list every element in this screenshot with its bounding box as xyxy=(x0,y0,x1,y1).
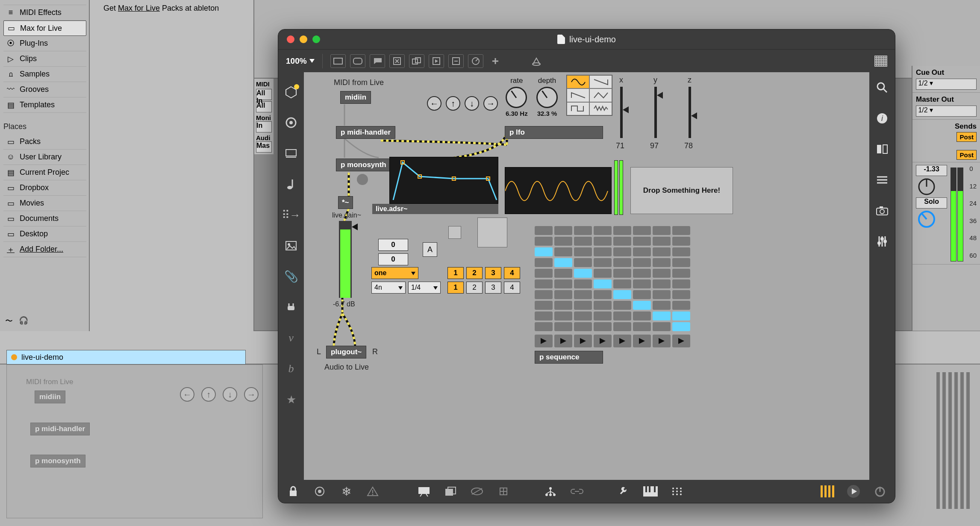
play-icon[interactable] xyxy=(535,335,553,347)
presentation-icon[interactable] xyxy=(417,485,431,498)
cue-dial[interactable] xyxy=(916,209,937,230)
place-desktop[interactable]: ▭Desktop xyxy=(3,226,86,242)
step-cell[interactable] xyxy=(574,226,592,235)
io-all[interactable]: All xyxy=(256,101,272,112)
camera-icon[interactable] xyxy=(875,204,889,217)
post-a[interactable]: Post xyxy=(956,132,977,142)
pan-dial[interactable] xyxy=(916,176,937,197)
step-cell[interactable] xyxy=(574,247,592,256)
step-cell[interactable] xyxy=(672,311,690,320)
device-active-dot[interactable] xyxy=(11,354,17,360)
step-cell[interactable] xyxy=(554,279,572,288)
step-cell[interactable] xyxy=(613,290,631,299)
tab[interactable]: 1 xyxy=(447,282,464,294)
tab[interactable]: 1 xyxy=(447,267,464,279)
master-select[interactable]: 1/2 ▾ xyxy=(916,106,977,117)
step-cell[interactable] xyxy=(574,290,592,299)
cue-select[interactable]: 1/2 ▾ xyxy=(916,79,977,90)
step-cell[interactable] xyxy=(633,290,651,299)
rail-clip-icon[interactable]: 📎 xyxy=(284,270,298,283)
cat-grooves[interactable]: 〰Grooves xyxy=(3,82,86,97)
step-cell[interactable] xyxy=(594,322,612,331)
place-add-folder[interactable]: ＋Add Folder... xyxy=(3,242,86,257)
wave-noise-icon[interactable] xyxy=(589,102,612,115)
menu-4n[interactable]: 4n xyxy=(371,282,406,294)
step-cell[interactable] xyxy=(672,279,690,288)
place-packs[interactable]: ▭Packs xyxy=(3,134,86,150)
step-cell[interactable] xyxy=(633,237,651,246)
big-box[interactable] xyxy=(477,217,507,247)
play-icon[interactable] xyxy=(653,335,671,347)
rail-image-icon[interactable] xyxy=(284,239,298,253)
step-cell[interactable] xyxy=(633,322,651,331)
waveform-selector[interactable] xyxy=(566,75,612,116)
step-cell[interactable] xyxy=(574,258,592,267)
windows-icon[interactable] xyxy=(443,485,458,498)
place-current-project[interactable]: ▤Current Projec xyxy=(3,165,86,180)
rail-target-icon[interactable] xyxy=(284,116,298,129)
step-cell[interactable] xyxy=(554,269,572,278)
step-cell[interactable] xyxy=(554,322,572,331)
lock-icon[interactable] xyxy=(286,485,300,498)
step-cell[interactable] xyxy=(653,311,671,320)
tb-close-box-icon[interactable] xyxy=(389,54,405,68)
step-cell[interactable] xyxy=(672,237,690,246)
transport-play-icon[interactable] xyxy=(846,485,861,498)
cat-max-for-live[interactable]: ▭Max for Live xyxy=(3,21,86,36)
solo-button[interactable]: Solo xyxy=(916,197,947,209)
dots-grid-icon[interactable] xyxy=(670,485,684,498)
step-cell[interactable] xyxy=(672,247,690,256)
step-cell[interactable] xyxy=(535,226,553,235)
step-cell[interactable] xyxy=(594,311,612,320)
nav-right-button[interactable]: → xyxy=(483,96,498,111)
step-cell[interactable] xyxy=(535,290,553,299)
numbox-b[interactable]: 0 xyxy=(378,253,408,265)
col2-row-2[interactable]: Get Max for Live Packs at ableton xyxy=(90,1,253,15)
device-title-bar[interactable]: live-ui-demo xyxy=(6,350,246,364)
cat-midi-effects[interactable]: ≡MIDI Effects xyxy=(3,5,86,21)
sidebar-headphones-icon[interactable]: 🎧 xyxy=(19,316,28,326)
step-cell[interactable] xyxy=(613,322,631,331)
tabs-row-2[interactable]: 1 2 3 4 xyxy=(447,282,520,294)
rate-dial[interactable] xyxy=(506,87,527,108)
obj-p-sequence[interactable]: p sequence xyxy=(535,351,603,364)
step-cell[interactable] xyxy=(535,279,553,288)
step-grid[interactable] xyxy=(535,226,690,331)
pv-nav-right[interactable]: → xyxy=(244,387,259,402)
step-cell[interactable] xyxy=(613,279,631,288)
step-cell[interactable] xyxy=(554,258,572,267)
cat-samples[interactable]: ⩍Samples xyxy=(3,67,86,82)
play-icon[interactable] xyxy=(574,335,592,347)
search-icon[interactable] xyxy=(875,81,889,94)
rail-plug-icon[interactable] xyxy=(284,300,298,314)
step-cell[interactable] xyxy=(535,322,553,331)
tb-plus-icon[interactable] xyxy=(488,54,503,68)
small-grid-icon[interactable] xyxy=(496,485,511,498)
wave-square-icon[interactable] xyxy=(567,102,589,115)
eye-off-icon[interactable] xyxy=(470,485,484,498)
step-cell[interactable] xyxy=(574,322,592,331)
step-cell[interactable] xyxy=(594,290,612,299)
step-cell[interactable] xyxy=(554,311,572,320)
step-cell[interactable] xyxy=(672,258,690,267)
step-cell[interactable] xyxy=(535,247,553,256)
step-cell[interactable] xyxy=(554,301,572,310)
y-slider[interactable] xyxy=(654,87,657,138)
place-user-library[interactable]: ☺User Library xyxy=(3,150,86,165)
step-cell[interactable] xyxy=(653,258,671,267)
tabs-row-1[interactable]: 1 2 3 4 xyxy=(447,267,520,279)
step-cell[interactable] xyxy=(574,279,592,288)
io-master[interactable]: Mas xyxy=(256,141,272,153)
tb-double-box-icon[interactable] xyxy=(409,54,424,68)
tb-dial-icon[interactable] xyxy=(468,54,483,68)
wave-saw-up-icon[interactable] xyxy=(567,88,589,102)
obj-monosynth[interactable]: p monosynth xyxy=(336,159,391,171)
tb-comment-icon[interactable] xyxy=(370,54,385,68)
link-icon[interactable] xyxy=(570,485,584,498)
tab[interactable]: 2 xyxy=(466,282,483,294)
step-cell[interactable] xyxy=(554,226,572,235)
tab[interactable]: 3 xyxy=(485,282,501,294)
dsp-bars-icon[interactable] xyxy=(821,485,834,497)
step-cell[interactable] xyxy=(613,247,631,256)
play-icon[interactable] xyxy=(594,335,612,347)
